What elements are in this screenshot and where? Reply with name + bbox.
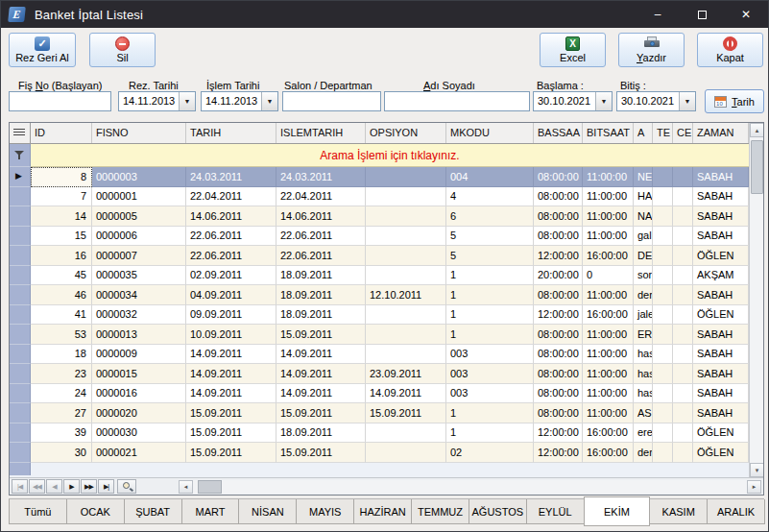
yazdir-button[interactable]: Yazdır [618, 33, 685, 67]
cell-a[interactable]: ERT [634, 325, 653, 345]
row-indicator-cell[interactable] [10, 345, 31, 365]
table-row[interactable]: 7000000122.04.201122.04.2011408:00:0011:… [10, 187, 749, 207]
cell-bitsaat[interactable]: 11:00:00 [583, 285, 634, 305]
horizontal-scrollbar[interactable] [193, 480, 747, 494]
cell-bitsaat[interactable]: 11:00:00 [583, 403, 634, 423]
cell-bitsaat[interactable]: 11:00:00 [583, 384, 634, 404]
cell-fisno[interactable]: 0000032 [92, 305, 186, 326]
cell-id[interactable]: 27 [31, 403, 92, 423]
cell-opsiyon[interactable] [366, 325, 446, 345]
cell-id[interactable]: 7 [31, 187, 92, 207]
cell-id[interactable]: 15 [31, 227, 92, 247]
row-indicator-cell[interactable] [10, 246, 31, 266]
cell-te[interactable] [653, 187, 673, 207]
cell-tarih[interactable]: 14.09.2011 [186, 364, 276, 384]
cell-a[interactable]: gal [634, 227, 653, 247]
cell-ce[interactable] [673, 266, 693, 286]
column-header-id[interactable]: ID [31, 123, 92, 143]
cell-fisno[interactable]: 0000001 [92, 187, 186, 207]
cell-mkodu[interactable]: 5 [446, 246, 534, 266]
cell-opsiyon[interactable] [366, 266, 446, 286]
cell-tarih[interactable]: 04.09.2011 [186, 285, 276, 305]
cell-bitsaat[interactable]: 11:00:00 [583, 345, 634, 365]
tab-hazi̇ran[interactable]: HAZİRAN [353, 499, 412, 524]
cell-a[interactable]: DEI [634, 246, 653, 266]
cell-te[interactable] [653, 423, 673, 444]
cell-islemtarih[interactable]: 18.09.2011 [276, 285, 366, 305]
cell-te[interactable] [653, 403, 673, 423]
cell-te[interactable] [653, 443, 673, 463]
cell-opsiyon[interactable] [366, 206, 446, 227]
cell-id[interactable]: 46 [31, 285, 92, 305]
cell-mkodu[interactable]: 4 [446, 187, 534, 207]
column-header-mkodu[interactable]: MKODU [446, 123, 534, 143]
close-button[interactable]: ✕ [724, 1, 768, 28]
cell-a[interactable]: NA [634, 206, 653, 227]
cell-mkodu[interactable]: 003 [446, 384, 534, 404]
cell-mkodu[interactable]: 003 [446, 345, 534, 365]
cell-opsiyon[interactable]: 12.10.2011 [366, 285, 446, 305]
cell-id[interactable]: 53 [31, 325, 92, 345]
cell-bassaa[interactable]: 08:00:00 [534, 167, 583, 187]
cell-id[interactable]: 39 [31, 423, 92, 444]
cell-zaman[interactable]: ÖĞLEN [693, 423, 749, 444]
cell-islemtarih[interactable]: 22.04.2011 [276, 187, 366, 207]
cell-bitsaat[interactable]: 11:00:00 [583, 227, 634, 247]
cell-te[interactable] [653, 305, 673, 326]
cell-opsiyon[interactable] [366, 423, 446, 444]
tab-ocak[interactable]: OCAK [66, 499, 125, 524]
rez-tarihi-combo[interactable]: 14.11.2013 ▼ [118, 91, 196, 111]
cell-zaman[interactable]: SABAH [693, 325, 749, 345]
cell-te[interactable] [653, 285, 673, 305]
table-row[interactable]: 30000002115.09.201115.09.20110212:00:001… [10, 443, 749, 463]
dropdown-arrow-icon[interactable]: ▼ [179, 92, 195, 110]
cell-te[interactable] [653, 345, 673, 365]
search-magnifier-button[interactable] [117, 479, 136, 494]
rez-geri-al-button[interactable]: ✓ Rez Geri Al [9, 33, 76, 67]
cell-opsiyon[interactable]: 14.09.2011 [366, 384, 446, 404]
scroll-up-icon[interactable]: ▴ [750, 123, 764, 137]
cell-mkodu[interactable]: 1 [446, 423, 534, 444]
tab-temmuz[interactable]: TEMMUZ [411, 499, 469, 524]
cell-bitsaat[interactable]: 16:00:00 [583, 246, 634, 266]
hscroll-left-icon[interactable]: ◂ [179, 480, 193, 494]
cell-tarih[interactable]: 22.06.2011 [186, 227, 276, 247]
cell-ce[interactable] [673, 345, 693, 365]
column-header-islemtarih[interactable]: ISLEMTARIH [276, 123, 366, 143]
cell-bassaa[interactable]: 08:00:00 [534, 227, 583, 247]
cell-fisno[interactable]: 0000007 [92, 246, 186, 266]
cell-opsiyon[interactable]: 23.09.2011 [366, 364, 446, 384]
cell-tarih[interactable]: 14.09.2011 [186, 345, 276, 365]
cell-fisno[interactable]: 0000013 [92, 325, 186, 345]
cell-fisno[interactable]: 0000030 [92, 423, 186, 444]
cell-ce[interactable] [673, 246, 693, 266]
cell-a[interactable]: HA [634, 187, 653, 207]
hscroll-right-icon[interactable]: ▸ [747, 480, 761, 494]
cell-id[interactable]: 30 [31, 443, 92, 463]
bitis-combo[interactable]: 30.10.2021 ▼ [616, 91, 696, 111]
cell-id[interactable]: 41 [31, 305, 92, 326]
row-indicator-cell[interactable] [10, 206, 31, 227]
cell-islemtarih[interactable]: 14.06.2011 [276, 206, 366, 227]
cell-mkodu[interactable]: 1 [446, 285, 534, 305]
cell-bitsaat[interactable]: 11:00:00 [583, 364, 634, 384]
cell-te[interactable] [653, 266, 673, 286]
cell-a[interactable]: ere [634, 423, 653, 444]
cell-bassaa[interactable]: 08:00:00 [534, 384, 583, 404]
cell-id[interactable]: 23 [31, 364, 92, 384]
tab-şubat[interactable]: ŞUBAT [124, 499, 182, 524]
row-indicator-cell[interactable] [10, 227, 31, 247]
cell-bassaa[interactable]: 08:00:00 [534, 285, 583, 305]
table-row[interactable]: 39000003015.09.201118.09.2011112:00:0016… [10, 423, 749, 444]
cell-bassaa[interactable]: 08:00:00 [534, 345, 583, 365]
cell-tarih[interactable]: 22.04.2011 [186, 187, 276, 207]
cell-bitsaat[interactable]: 11:00:00 [583, 206, 634, 227]
cell-islemtarih[interactable]: 14.09.2011 [276, 364, 366, 384]
minimize-button[interactable]: – [636, 1, 680, 28]
table-row[interactable]: 14000000514.06.201114.06.2011608:00:0011… [10, 206, 749, 227]
salon-input[interactable] [282, 91, 381, 111]
cell-bassaa[interactable]: 12:00:00 [534, 443, 583, 463]
cell-ce[interactable] [673, 167, 693, 187]
dropdown-arrow-icon[interactable]: ▼ [679, 92, 695, 110]
cell-mkodu[interactable]: 003 [446, 364, 534, 384]
